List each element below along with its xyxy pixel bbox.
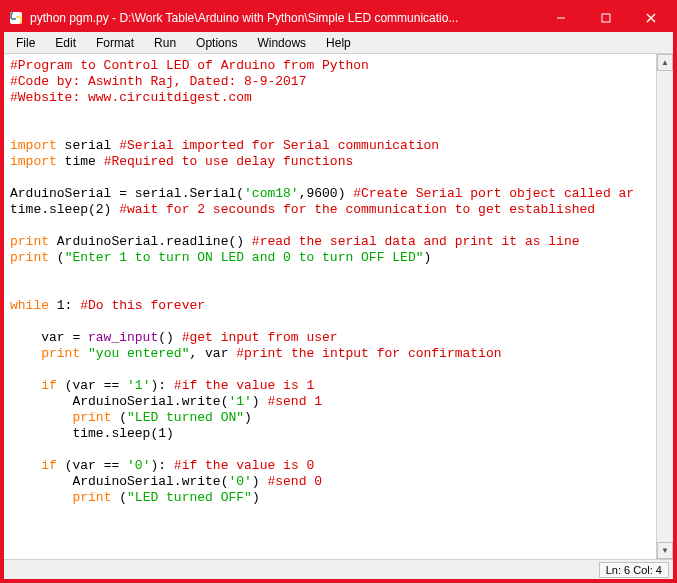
scroll-down-button[interactable]: ▼ [657, 542, 673, 559]
vertical-scrollbar[interactable]: ▲ ▼ [656, 54, 673, 559]
scroll-up-button[interactable]: ▲ [657, 54, 673, 71]
close-button[interactable] [628, 4, 673, 32]
menu-format[interactable]: Format [88, 34, 142, 52]
svg-rect-2 [602, 14, 610, 22]
code-editor[interactable]: #Program to Control LED of Arduino from … [4, 54, 656, 559]
cursor-position: Ln: 6 Col: 4 [599, 562, 669, 578]
window-title: python pgm.py - D:\Work Table\Arduino wi… [30, 11, 538, 25]
menu-windows[interactable]: Windows [249, 34, 314, 52]
statusbar: Ln: 6 Col: 4 [4, 559, 673, 579]
app-icon [8, 10, 24, 26]
menu-options[interactable]: Options [188, 34, 245, 52]
menu-run[interactable]: Run [146, 34, 184, 52]
minimize-button[interactable] [538, 4, 583, 32]
titlebar[interactable]: python pgm.py - D:\Work Table\Arduino wi… [4, 4, 673, 32]
maximize-button[interactable] [583, 4, 628, 32]
menu-help[interactable]: Help [318, 34, 359, 52]
menu-edit[interactable]: Edit [47, 34, 84, 52]
window-controls [538, 4, 673, 32]
menu-file[interactable]: File [8, 34, 43, 52]
editor-container: #Program to Control LED of Arduino from … [4, 54, 673, 559]
scroll-track[interactable] [657, 71, 673, 542]
menubar: File Edit Format Run Options Windows Hel… [4, 32, 673, 54]
